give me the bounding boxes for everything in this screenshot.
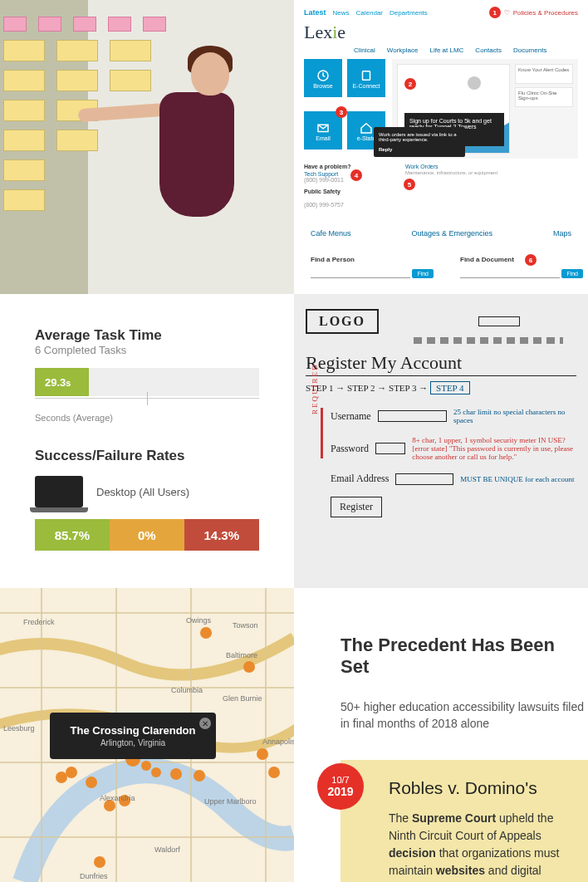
svg-point-19 [94, 856, 105, 868]
toplink[interactable]: Departments [390, 9, 428, 17]
wireframe-sketch: LOGO Register My Account STEP 1 → STEP 2… [294, 294, 588, 588]
quick-link[interactable]: Maps [553, 229, 571, 238]
sticky-note-photo [0, 0, 294, 294]
annotation-badge: 1 [489, 7, 501, 18]
find-person-input[interactable] [311, 267, 410, 278]
svg-point-6 [244, 665, 251, 672]
tooltip: Work orders are issued via link to a thi… [374, 127, 465, 157]
primary-nav: Clinical Workplace Life at LMC Contacts … [354, 47, 578, 54]
sketch-logo: LOGO [306, 309, 379, 334]
svg-text:Towson: Towson [233, 621, 258, 630]
case-card: 10/72019 Robles v. Domino's The Supreme … [341, 760, 588, 882]
task-count: 6 Completed Tasks [35, 344, 259, 356]
tile-email[interactable]: 3Email [304, 111, 342, 149]
tooltip-reply[interactable]: Reply [379, 147, 392, 152]
sketch-field-email: Email Address MUST BE UNIQUE for each ac… [331, 473, 576, 485]
annotation-badge: 5 [404, 179, 415, 190]
annotation-badge: 2 [404, 78, 416, 90]
date-badge: 10/72019 [317, 763, 364, 810]
lexie-intranet: Latest News Calendar Departments 1 ♡ Pol… [294, 0, 588, 294]
sketch-steps: STEP 1 → STEP 2 → STEP 3 → STEP 4 [306, 383, 576, 393]
svg-point-16 [194, 770, 205, 782]
svg-text:Leesburg: Leesburg [3, 724, 35, 733]
nav-item[interactable]: Documents [513, 47, 546, 54]
nav-item[interactable]: Life at LMC [429, 47, 463, 54]
map-popup: ✕ The Crossing Clarendon Arlington, Virg… [50, 713, 216, 759]
side-card[interactable]: Know Your Alert Codes [515, 64, 573, 84]
nav-item[interactable]: Workplace [387, 47, 419, 54]
precedent-lead: 50+ higher education accessibility lawsu… [341, 699, 588, 732]
toplink[interactable]: Calendar [356, 9, 383, 17]
svg-point-4 [200, 627, 212, 639]
tech-support-link[interactable]: Tech Support [304, 171, 338, 177]
side-card[interactable]: Flu Clinic On-Site Sign-ups [515, 87, 573, 107]
required-label: REQUIRED [311, 364, 319, 415]
axis-label: Seconds (Average) [35, 413, 259, 423]
svg-point-17 [257, 748, 268, 760]
quick-link[interactable]: Cafe Menus [311, 229, 351, 238]
laptop-icon [35, 476, 83, 507]
work-orders-link[interactable]: Work Orders [405, 164, 439, 169]
problem-block: Have a problem? Tech Support 4 (800) 999… [304, 164, 394, 208]
sketch-register-button: Register [331, 497, 382, 517]
svg-point-8 [56, 772, 67, 783]
success-failure-heading: Success/Failure Rates [35, 448, 259, 464]
metrics-panel: Average Task Time 6 Completed Tasks 29.3… [0, 294, 294, 588]
svg-point-7 [66, 767, 77, 778]
policies-link[interactable]: Policies & Procedures [513, 9, 578, 17]
sketch-title: Register My Account [306, 352, 576, 376]
device-label: Desktop (All Users) [96, 486, 189, 498]
avg-task-time-heading: Average Task Time [35, 327, 259, 344]
close-icon[interactable]: ✕ [199, 718, 211, 729]
popup-subtitle: Arlington, Virginia [65, 738, 201, 747]
find-button[interactable]: Find [561, 269, 583, 278]
top-utility-nav: Latest News Calendar Departments 1 ♡ Pol… [304, 7, 578, 18]
svg-point-9 [86, 777, 97, 788]
svg-text:Alexandria: Alexandria [100, 794, 135, 802]
quick-link[interactable]: Outages & Emergencies [411, 229, 492, 238]
svg-text:Upper Marlboro: Upper Marlboro [204, 797, 257, 806]
svg-text:Waldorf: Waldorf [154, 845, 180, 854]
find-person: Find a Person Find [311, 256, 410, 278]
annotation-badge: 6 [525, 254, 537, 266]
find-document-input[interactable] [460, 267, 560, 278]
annotation-badge: 3 [336, 106, 347, 118]
svg-point-12 [151, 767, 161, 777]
precedent-heading: The Precedent Has Been Set [341, 635, 588, 678]
annotation-badge: 4 [350, 169, 362, 181]
svg-text:Glen Burnie: Glen Burnie [223, 694, 262, 703]
svg-text:Owings: Owings [186, 616, 212, 625]
success-failure-bar: 85.7% 0% 14.3% [35, 519, 259, 551]
find-button[interactable]: Find [412, 269, 434, 278]
case-title: Robles v. Domino's [389, 778, 570, 798]
sketch-field-password: Password 8+ char, 1 upper, 1 symbol secu… [331, 436, 576, 461]
svg-text:Columbia: Columbia [171, 686, 203, 694]
find-document: Find a Document 6 Find [460, 256, 560, 278]
svg-point-11 [141, 761, 151, 771]
toplink[interactable]: News [333, 9, 350, 17]
svg-point-18 [268, 767, 280, 778]
nav-item[interactable]: Clinical [354, 47, 375, 54]
sketch-field-username: Username 25 char limit no special charac… [331, 408, 576, 424]
svg-text:Annapolis: Annapolis [262, 737, 294, 746]
precedent-panel: The Precedent Has Been Set 50+ higher ed… [294, 588, 588, 882]
svg-point-15 [170, 768, 182, 780]
toplink[interactable]: Latest [304, 8, 326, 17]
sketch-search [478, 316, 520, 326]
tile-econnect[interactable]: E-Connect [347, 59, 385, 97]
popup-title: The Crossing Clarendon [71, 724, 196, 737]
locations-map[interactable]: FrederickOwingsTowson BaltimoreColumbiaG… [0, 588, 294, 882]
svg-rect-1 [363, 71, 370, 80]
svg-text:Baltimore: Baltimore [226, 651, 257, 659]
case-body: The Supreme Court upheld the Ninth Circu… [389, 810, 570, 882]
svg-text:Dunfries: Dunfries [80, 872, 108, 880]
nav-item[interactable]: Contacts [475, 47, 502, 54]
svg-text:Frederick: Frederick [23, 618, 55, 626]
lexie-logo: Lexie [304, 22, 578, 43]
tile-browse[interactable]: Browse [304, 59, 342, 97]
